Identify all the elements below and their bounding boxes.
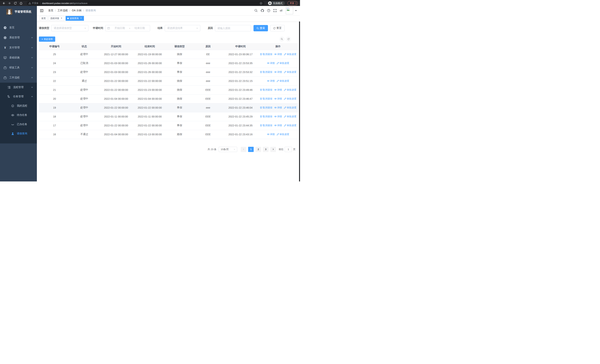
table-cell: 处理中 — [70, 103, 99, 112]
sidebar-collapse-icon[interactable] — [40, 9, 43, 12]
detail-action-link[interactable]: 详情 — [267, 79, 275, 83]
browser-update-menu[interactable]: 更新 — [287, 1, 298, 5]
col-apply-id: 申请编号 — [39, 43, 70, 50]
cancel-leave-action-link[interactable]: 取消请假 — [260, 106, 272, 109]
pen-icon — [277, 133, 279, 135]
incognito-label: 无痕模式 — [273, 2, 282, 5]
table-cell: 2022-01-22 23:51:15 — [223, 76, 258, 85]
detail-action-link[interactable]: 详情 — [274, 124, 282, 127]
approval-progress-action-link[interactable]: 审批进度 — [284, 53, 297, 56]
breadcrumb-item[interactable]: OA 示例 — [72, 9, 81, 12]
table-cell: 2022-01-22 23:49:46 — [223, 85, 258, 94]
gear-icon — [3, 36, 7, 39]
approval-progress-action-link[interactable]: 审批进度 — [277, 62, 289, 65]
sidebar-item-home[interactable]: 首页 — [0, 23, 37, 33]
security-warning[interactable]: 不安全 — [28, 2, 38, 5]
prev-page-button[interactable] — [241, 147, 246, 152]
sidebar-item-my-process[interactable]: 我的流程 — [0, 101, 37, 111]
leave-table: 申请编号 状态 开始时间 结束时间 请假类型 原因 申请时间 操作 25处理中2… — [39, 43, 298, 139]
sidebar-item-label: 流程管理 — [13, 86, 24, 89]
sidebar-item-workflow[interactable]: 工作流程 — [0, 73, 37, 83]
sidebar-item-payment[interactable]: ¥ 支付管理 — [0, 43, 37, 53]
help-icon[interactable] — [267, 9, 270, 12]
search-button[interactable]: 搜索 — [253, 25, 268, 31]
dashboard-icon — [3, 26, 7, 29]
detail-action-link[interactable]: 详情 — [274, 70, 282, 74]
cancel-leave-action-link[interactable]: 取消请假 — [260, 88, 272, 92]
close-icon[interactable]: × — [60, 17, 63, 20]
cancel-leave-action-link[interactable]: 取消请假 — [260, 124, 272, 127]
back-icon[interactable] — [2, 2, 5, 5]
sidebar-item-system[interactable]: 系统管理 — [0, 33, 37, 43]
avatar[interactable] — [286, 7, 293, 14]
table-cell: 2022-01-22 00:00:00 — [134, 121, 166, 130]
reason-input[interactable] — [215, 25, 251, 31]
approval-progress-action-link[interactable]: 审批进度 — [284, 124, 297, 127]
breadcrumb-item[interactable]: 首页 — [48, 9, 53, 12]
scrollbar[interactable] — [299, 12, 300, 181]
next-page-button[interactable] — [270, 147, 276, 152]
tab-home[interactable]: 首页 — [40, 16, 47, 21]
approval-progress-action-link[interactable]: 审批进度 — [277, 79, 289, 83]
detail-action-link[interactable]: 详情 — [274, 97, 282, 101]
chevron-down-icon[interactable] — [295, 10, 297, 12]
approval-progress-action-link[interactable]: 审批进度 — [284, 97, 297, 101]
cancel-leave-action-link[interactable]: 取消请假 — [260, 115, 272, 118]
approval-progress-action-link[interactable]: 审批进度 — [277, 133, 289, 136]
chevron-down-icon — [234, 148, 235, 150]
reset-button[interactable]: 重置 — [270, 25, 285, 31]
reload-icon[interactable] — [14, 2, 17, 5]
refresh-table-button[interactable] — [286, 37, 291, 41]
home-icon[interactable] — [19, 2, 23, 5]
table-cell: 2022-01-04 00:00:00 — [99, 94, 134, 103]
tab-process-detail[interactable]: 流程详情 × — [48, 16, 65, 21]
cancel-leave-action-link[interactable]: 取消请假 — [260, 97, 272, 101]
page-button-1[interactable]: 1 — [248, 147, 254, 152]
sidebar-item-todo-tasks[interactable]: 待办任务 — [0, 111, 37, 120]
col-reason: 原因 — [193, 43, 223, 50]
chevron-down-icon — [31, 37, 33, 39]
font-size-icon[interactable]: тT — [280, 9, 282, 12]
sidebar-item-leave-query[interactable]: 请假查询 — [0, 129, 37, 138]
cancel-leave-action-link[interactable]: 取消请假 — [260, 70, 272, 74]
approval-progress-action-link[interactable]: 审批进度 — [284, 106, 297, 109]
cancel-leave-action-link[interactable]: 取消请假 — [260, 53, 272, 56]
github-icon[interactable] — [261, 9, 264, 12]
detail-action-link[interactable]: 详情 — [267, 62, 275, 65]
page-size-select[interactable]: 10条/页 — [219, 147, 237, 152]
tab-leave-query[interactable]: 请假查询 × — [66, 16, 84, 21]
create-leave-button[interactable]: + 发起请假 — [39, 37, 55, 42]
app-title: 芋道管理系统 — [15, 10, 31, 14]
fullscreen-icon[interactable] — [273, 9, 277, 12]
detail-action-link[interactable]: 详情 — [274, 88, 282, 92]
approval-progress-action-link[interactable]: 审批进度 — [284, 88, 297, 92]
table-cell: 2022-01-22 00:00:00 — [99, 121, 134, 130]
table-cell: 2022-01-19 00:00:00 — [134, 50, 166, 59]
forward-icon[interactable] — [8, 2, 11, 5]
sidebar-item-infra[interactable]: 基础设施 — [0, 53, 37, 63]
address-bar[interactable]: 不安全 dashboard.yudao.iocoder.cn/bpm/oa/le… — [27, 1, 264, 5]
apply-time-range-picker[interactable]: 开始日期 - 结束日期 — [105, 25, 150, 31]
goto-page-input[interactable] — [285, 147, 292, 152]
sidebar-item-process-mgmt[interactable]: 流程管理 — [0, 83, 37, 92]
detail-action-link[interactable]: 详情 — [274, 106, 282, 109]
breadcrumb-item[interactable]: 工作流程 — [57, 9, 68, 12]
actions-cell: 取消请假详情审批进度 — [258, 68, 298, 76]
sidebar-item-task-mgmt[interactable]: 任务管理 — [0, 92, 37, 101]
approval-progress-action-link[interactable]: 审批进度 — [284, 70, 297, 74]
detail-action-link[interactable]: 详情 — [274, 115, 282, 118]
page-button-2[interactable]: 2 — [255, 147, 261, 152]
show-search-button[interactable] — [280, 37, 284, 41]
page-button-3[interactable]: 3 — [263, 147, 269, 152]
sidebar-item-done-tasks[interactable]: 已办任务 — [0, 120, 37, 129]
result-select[interactable]: 请选择流结果 — [165, 25, 200, 31]
sidebar-item-devtools[interactable]: 研发工具 — [0, 63, 37, 73]
approval-progress-action-link[interactable]: 审批进度 — [284, 115, 297, 118]
bookmark-star-icon[interactable] — [260, 2, 262, 5]
search-icon[interactable] — [254, 9, 258, 12]
close-icon[interactable]: × — [80, 17, 82, 20]
detail-action-link[interactable]: 详情 — [274, 53, 282, 56]
detail-action-link[interactable]: 详情 — [267, 133, 275, 136]
leave-type-select[interactable]: 请选择请假类型 — [51, 25, 88, 31]
table-cell: EE — [193, 50, 223, 59]
